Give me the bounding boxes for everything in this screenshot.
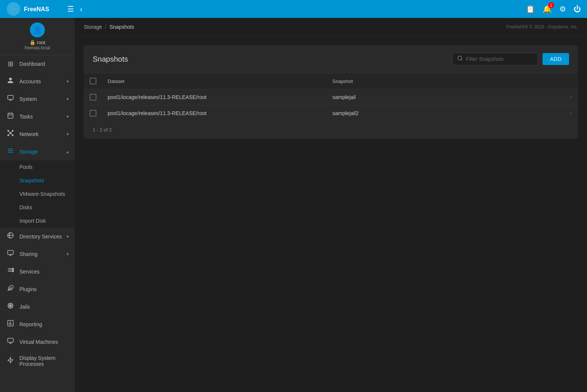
sidebar-item-reporting[interactable]: Reporting — [0, 315, 75, 333]
breadcrumb-storage-link[interactable]: Storage — [84, 24, 102, 30]
sidebar-item-vmware-snapshots[interactable]: VMware-Snapshots — [0, 187, 75, 201]
add-button[interactable]: ADD — [543, 53, 569, 65]
sidebar-item-accounts[interactable]: Accounts ▾ — [0, 72, 75, 90]
sidebar-user: 👤 🔒 root freenas.local — [0, 18, 75, 55]
sidebar-item-label: Jails — [19, 304, 69, 310]
pools-label: Pools — [19, 164, 33, 170]
chevron-right-icon: ▾ — [67, 234, 69, 239]
sidebar-item-services[interactable]: Services — [0, 263, 75, 280]
topbar-left: 🐦 FreeNAS ☰ ‹ — [6, 1, 83, 16]
sidebar-item-plugins[interactable]: Plugins — [0, 280, 75, 298]
sidebar-item-label: Tasks — [19, 114, 62, 120]
sidebar-item-label: Directory Services — [19, 234, 62, 240]
row-expand-icon[interactable]: › — [557, 94, 572, 101]
svg-point-34 — [458, 56, 462, 60]
breadcrumb-separator: / — [105, 24, 106, 30]
row-checkbox[interactable] — [90, 94, 96, 101]
sidebar-item-dashboard[interactable]: ⊞ Dashboard — [0, 55, 75, 72]
network-icon — [6, 130, 15, 138]
user-hostname: freenas.local — [6, 45, 69, 50]
table-row[interactable]: pool1/iocage/releases/11.3-RELEASE/root … — [84, 89, 578, 105]
pagination: 1 - 2 of 2 — [84, 121, 578, 139]
chevron-right-icon: ▾ — [67, 96, 69, 102]
content-area: Storage / Snapshots FreeNAS® © 2019 - iX… — [75, 18, 587, 392]
sidebar-item-label: Storage — [19, 149, 62, 155]
storage-submenu: Pools Snapshots VMware-Snapshots Disks I… — [0, 160, 75, 228]
power-icon[interactable]: ⏻ — [574, 5, 581, 13]
sidebar-item-label: Services — [19, 269, 69, 275]
svg-point-5 — [8, 130, 9, 132]
topbar: 🐦 FreeNAS ☰ ‹ 📋 🔔 1 ⚙ ⏻ — [0, 0, 587, 18]
select-all-checkbox[interactable] — [90, 78, 96, 84]
notes-icon[interactable]: 📋 — [526, 4, 535, 13]
system-icon — [6, 95, 15, 103]
svg-rect-14 — [8, 250, 13, 254]
chevron-right-icon: ▾ — [67, 114, 69, 119]
sidebar-item-tasks[interactable]: Tasks ▾ — [0, 108, 75, 125]
row-snapshot: samplejail — [333, 94, 557, 100]
reporting-icon — [6, 320, 15, 328]
sidebar-item-label: Dashboard — [19, 61, 69, 67]
table-row[interactable]: pool1/iocage/releases/11.3-RELEASE/root … — [84, 105, 578, 121]
row-checkbox-col — [90, 94, 108, 101]
main-layout: 👤 🔒 root freenas.local ⊞ Dashboard Accou… — [0, 18, 587, 392]
logo: 🐦 FreeNAS — [6, 1, 61, 16]
search-input[interactable] — [466, 56, 533, 62]
sidebar-item-label: Sharing — [19, 251, 62, 257]
row-checkbox[interactable] — [90, 110, 96, 117]
sidebar-item-label: Plugins — [19, 286, 69, 292]
storage-icon — [6, 147, 15, 156]
breadcrumb-current: Snapshots — [109, 24, 134, 30]
search-icon — [457, 55, 463, 63]
sidebar-item-sharing[interactable]: Sharing ▾ — [0, 245, 75, 263]
dashboard-icon: ⊞ — [6, 60, 15, 68]
row-checkbox-col — [90, 110, 108, 117]
search-box — [452, 53, 538, 65]
sidebar-item-label: Reporting — [19, 321, 69, 327]
chevron-right-icon: ▾ — [67, 79, 69, 84]
svg-point-8 — [12, 135, 13, 136]
back-icon[interactable]: ‹ — [80, 5, 83, 13]
sidebar-item-label: System — [19, 96, 62, 102]
freenas-logo: 🐦 — [6, 1, 21, 16]
sidebar-item-disks[interactable]: Disks — [0, 201, 75, 214]
svg-text:FreeNAS: FreeNAS — [24, 6, 49, 12]
sidebar-item-pools[interactable]: Pools — [0, 160, 75, 174]
sidebar-item-label: Network — [19, 131, 62, 137]
row-dataset: pool1/iocage/releases/11.3-RELEASE/root — [108, 94, 333, 100]
sidebar-item-network[interactable]: Network ▾ — [0, 125, 75, 143]
sharing-icon — [6, 250, 15, 258]
import-disk-label: Import Disk — [19, 218, 46, 224]
lock-icon: 🔒 — [30, 40, 35, 45]
svg-point-19 — [12, 269, 13, 271]
sidebar-item-import-disk[interactable]: Import Disk — [0, 214, 75, 228]
accounts-icon — [6, 77, 15, 86]
breadcrumb: Storage / Snapshots FreeNAS® © 2019 - iX… — [75, 18, 587, 36]
svg-rect-3 — [8, 95, 13, 99]
sidebar-item-label: Display System Processes — [19, 355, 69, 367]
svg-marker-33 — [8, 357, 13, 363]
svg-rect-4 — [8, 113, 13, 118]
display-system-processes-icon — [6, 357, 15, 365]
topbar-right: 📋 🔔 1 ⚙ ⏻ — [526, 4, 581, 13]
vmware-snapshots-label: VMware-Snapshots — [19, 191, 65, 197]
sidebar: 👤 🔒 root freenas.local ⊞ Dashboard Accou… — [0, 18, 75, 392]
jails-icon — [6, 302, 15, 311]
svg-point-18 — [12, 268, 13, 269]
sidebar-item-snapshots[interactable]: Snapshots — [0, 174, 75, 187]
menu-icon[interactable]: ☰ — [67, 4, 74, 13]
sidebar-item-system[interactable]: System ▾ — [0, 90, 75, 108]
notifications-icon[interactable]: 🔔 1 — [543, 4, 552, 13]
svg-point-9 — [10, 133, 11, 134]
row-expand-icon[interactable]: › — [557, 110, 572, 117]
sidebar-item-label: Accounts — [19, 78, 62, 84]
avatar: 👤 — [30, 22, 45, 37]
sidebar-item-storage[interactable]: Storage ▴ — [0, 143, 75, 160]
sidebar-item-jails[interactable]: Jails — [0, 298, 75, 315]
dataset-column-header: Dataset — [108, 78, 333, 84]
sidebar-item-virtual-machines[interactable]: Virtual Machines — [0, 333, 75, 351]
virtual-machines-icon — [6, 337, 15, 346]
sidebar-item-directory-services[interactable]: Directory Services ▾ — [0, 228, 75, 245]
sidebar-item-display-system-processes[interactable]: Display System Processes — [0, 351, 75, 371]
settings-icon[interactable]: ⚙ — [559, 4, 566, 13]
